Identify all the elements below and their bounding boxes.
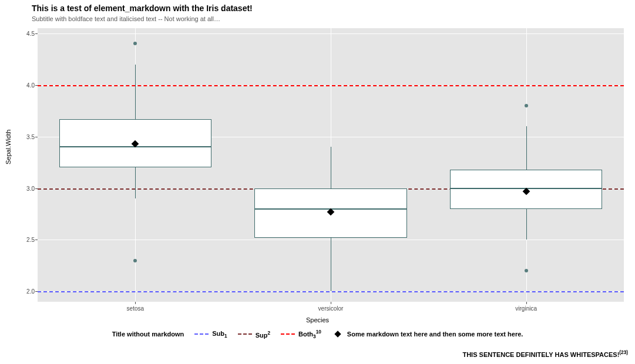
legend-label-shape: Some markdown text here and then some mo… xyxy=(347,331,523,338)
plot-panel xyxy=(38,28,624,302)
legend-key-line-both xyxy=(281,333,295,335)
legend-item-sub: Sub1 xyxy=(194,330,227,339)
y-tick-label: 4.0 xyxy=(17,82,35,88)
whisker-lower xyxy=(135,167,136,198)
legend: Title without markdown Sub1 Sup2 Both310… xyxy=(0,329,635,339)
whisker-upper xyxy=(135,65,136,119)
legend-label-both: Both310 xyxy=(298,329,321,339)
legend-key-diamond-icon xyxy=(334,331,341,338)
plot-title: This is a test of element_markdown with … xyxy=(32,4,253,13)
whisker-upper xyxy=(331,147,331,188)
whisker-lower xyxy=(331,238,331,291)
legend-label-sub: Sub1 xyxy=(212,330,227,339)
plot-caption: THIS SENTENCE DEFINITELY HAS WHITESPACES… xyxy=(462,350,628,358)
y-tick-label: 4.5 xyxy=(17,30,35,36)
reference-line xyxy=(38,85,624,86)
outlier-point xyxy=(525,269,528,272)
x-tick xyxy=(135,302,136,304)
x-tick xyxy=(331,302,331,304)
outlier-point xyxy=(525,104,528,107)
legend-key-line-sup xyxy=(238,333,252,335)
outlier-point xyxy=(133,259,137,262)
x-tick-label: setosa xyxy=(127,305,144,312)
legend-title: Title without markdown xyxy=(112,331,184,338)
reference-line xyxy=(38,291,624,292)
whisker-lower xyxy=(526,209,527,240)
y-tick-label: 2.0 xyxy=(17,288,35,295)
chart-root: This is a test of element_markdown with … xyxy=(0,0,635,364)
y-axis-label: Sepal.Width xyxy=(5,130,12,164)
plot-subtitle: Subtitle with boldface text and italicis… xyxy=(32,15,220,22)
y-tick-label: 2.5 xyxy=(17,237,35,243)
legend-key-line-sub xyxy=(194,333,209,335)
legend-item-sup: Sup2 xyxy=(238,331,270,339)
legend-item-both: Both310 xyxy=(281,329,321,339)
y-tick-label: 3.0 xyxy=(17,185,35,191)
x-tick-label: virginica xyxy=(515,305,537,312)
outlier-point xyxy=(133,42,137,45)
y-tick-label: 3.5 xyxy=(17,133,35,140)
x-axis-label: Species xyxy=(0,316,635,323)
x-tick-label: versicolor xyxy=(318,305,344,312)
legend-item-shape: Some markdown text here and then some mo… xyxy=(332,331,523,338)
whisker-upper xyxy=(526,126,527,170)
x-tick xyxy=(526,302,527,304)
legend-label-sup: Sup2 xyxy=(256,331,270,339)
